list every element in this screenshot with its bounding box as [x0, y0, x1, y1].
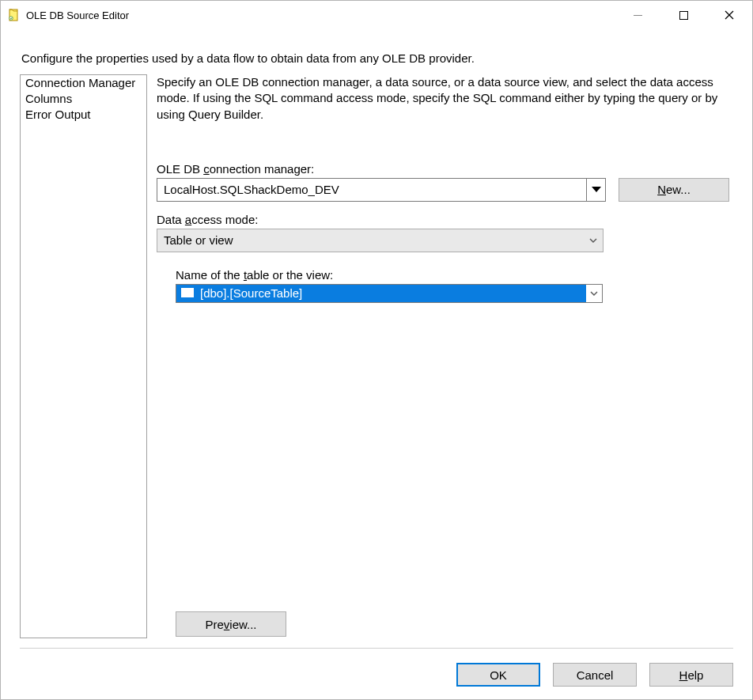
side-panel: Connection Manager Columns Error Output — [20, 74, 147, 638]
side-item-error-output[interactable]: Error Output — [21, 107, 146, 123]
table-name-value-box: [dbo].[SourceTable] — [176, 285, 586, 302]
dam-label-pre: Data — [157, 213, 185, 226]
window-controls — [615, 1, 752, 29]
table-label-pre: Name of the — [176, 268, 244, 282]
window-title: OLE DB Source Editor — [26, 9, 615, 21]
close-icon — [725, 10, 734, 20]
new-btn-post: ew... — [666, 183, 691, 196]
side-item-columns[interactable]: Columns — [21, 91, 146, 107]
new-btn-u: N — [657, 183, 666, 196]
footer-separator — [20, 648, 733, 649]
data-access-mode-dropdown[interactable]: Table or view — [157, 229, 604, 252]
connection-manager-block: OLE DB connection manager: LocalHost.SQL… — [157, 162, 729, 202]
table-name-selected: [dbo].[SourceTable] — [200, 286, 302, 300]
maximize-button[interactable] — [660, 1, 706, 29]
svg-line-5 — [725, 11, 733, 19]
conn-label-post: onnection manager: — [210, 162, 315, 176]
chevron-down-icon — [584, 229, 603, 252]
connection-row: LocalHost.SQLShackDemo_DEV New... — [157, 178, 729, 202]
new-button[interactable]: New... — [619, 178, 729, 202]
chevron-down-icon — [586, 285, 602, 302]
app-icon — [7, 9, 20, 21]
side-item-connection-manager[interactable]: Connection Manager — [21, 75, 146, 91]
help-post: elp — [687, 668, 703, 682]
minimize-icon — [634, 11, 642, 20]
dropdown-arrow-icon — [586, 179, 605, 201]
footer: OK Cancel Help — [12, 663, 741, 688]
table-icon — [181, 286, 194, 300]
table-label-post: able or the view: — [247, 268, 333, 282]
spacer — [157, 314, 729, 605]
conn-label-pre: OLE DB — [157, 162, 203, 176]
preview-pre: Pre — [205, 618, 223, 631]
help-button[interactable]: Help — [649, 663, 733, 687]
preview-button[interactable]: Preview... — [176, 611, 286, 637]
table-name-block: Name of the table or the view: — [176, 268, 729, 303]
intro-text: Configure the properties used by a data … — [12, 29, 741, 74]
dam-label-post: ccess mode: — [191, 213, 258, 226]
svg-marker-6 — [592, 187, 601, 192]
svg-rect-3 — [679, 11, 687, 19]
dam-label-u: a — [185, 213, 191, 226]
body-row: Connection Manager Columns Error Output … — [12, 74, 741, 638]
data-access-mode-block: Data access mode: Table or view — [157, 213, 729, 252]
connection-manager-dropdown[interactable]: LocalHost.SQLShackDemo_DEV — [157, 178, 606, 202]
content-area: Configure the properties used by a data … — [1, 29, 752, 699]
svg-line-4 — [725, 11, 733, 19]
cancel-button[interactable]: Cancel — [553, 663, 637, 687]
connection-manager-value: LocalHost.SQLShackDemo_DEV — [164, 183, 339, 196]
conn-label-u: c — [203, 162, 210, 176]
main-panel: Specify an OLE DB connection manager, a … — [157, 74, 733, 638]
maximize-icon — [679, 11, 688, 20]
window-root: OLE DB Source Editor Configure the prope… — [0, 0, 753, 700]
connection-manager-label: OLE DB connection manager: — [157, 162, 729, 176]
title-bar: OLE DB Source Editor — [1, 1, 752, 29]
close-button[interactable] — [706, 1, 752, 29]
preview-row: Preview... — [157, 605, 729, 638]
panel-description: Specify an OLE DB connection manager, a … — [157, 74, 729, 123]
minimize-button[interactable] — [615, 1, 660, 29]
help-u: H — [679, 668, 688, 682]
ok-button[interactable]: OK — [456, 663, 540, 687]
data-access-mode-label: Data access mode: — [157, 213, 729, 226]
table-name-label: Name of the table or the view: — [176, 268, 729, 282]
svg-rect-14 — [181, 288, 194, 290]
preview-post: iew... — [229, 618, 256, 631]
data-access-mode-value: Table or view — [164, 233, 233, 247]
table-name-dropdown[interactable]: [dbo].[SourceTable] — [176, 284, 603, 303]
